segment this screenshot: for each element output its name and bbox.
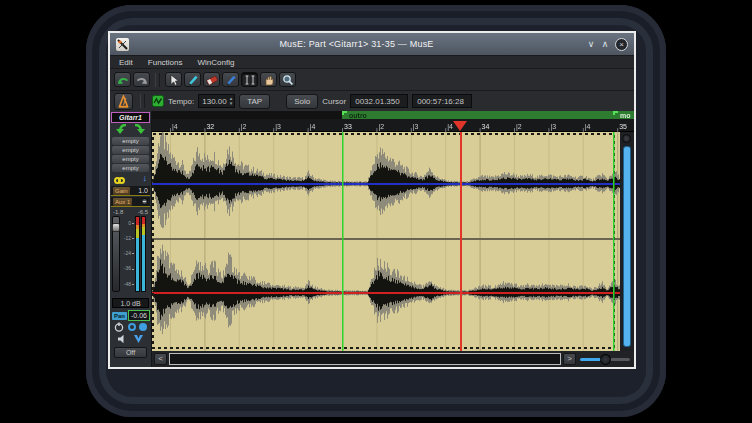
envelope-icon[interactable] (133, 334, 144, 344)
minimize-icon[interactable]: ∨ (584, 39, 598, 49)
fader-meter-block: 0 -12 -24 -36 -48 (110, 216, 151, 296)
eraser-tool-button[interactable] (203, 72, 220, 87)
pan-value[interactable]: -0.06 (128, 310, 150, 321)
maximize-icon[interactable]: ∧ (598, 39, 612, 49)
volume-fader[interactable] (112, 216, 120, 292)
waveform-canvas[interactable] (152, 132, 620, 351)
titlebar[interactable]: MusE: Part <Gitarr1> 31-35 — MusE ∨ ∧ × (110, 33, 634, 55)
cursor-position-field[interactable]: 0032.01.350 (350, 94, 408, 108)
effect-slot-2[interactable]: empty (112, 146, 149, 154)
monitor-icon[interactable] (139, 323, 147, 331)
aux-label: Aux 1 (113, 198, 132, 206)
pointer-icon (168, 74, 179, 86)
track-buttons-row-2 (110, 333, 151, 345)
aux-knob[interactable] (141, 198, 148, 205)
level-meter-right (141, 216, 146, 292)
magnifier-icon (282, 74, 294, 86)
hscroll-trough[interactable] (169, 353, 561, 365)
stereo-toggle-icon[interactable] (114, 170, 125, 188)
pencil-tool-button[interactable] (184, 72, 201, 87)
zoom-slider[interactable] (578, 353, 632, 365)
vscroll-thumb[interactable] (623, 146, 631, 347)
gain-label: Gain (113, 187, 130, 195)
pan-row: Pan -0.06 (111, 310, 150, 321)
route-down-icon[interactable]: ↓ (143, 174, 148, 183)
close-icon[interactable]: × (615, 38, 628, 51)
tempo-label: Tempo: (168, 97, 194, 106)
metronome-icon (117, 95, 130, 108)
power-icon[interactable] (114, 322, 124, 332)
gain-value[interactable]: 1.0 (138, 187, 148, 194)
tempo-spinbox[interactable]: 130.00 ▴ ▾ (198, 94, 235, 108)
menubar: Edit Functions WinConfig (110, 55, 634, 68)
automation-off-button[interactable]: Off (114, 347, 147, 358)
fader-scale: 0 -12 -24 -36 -48 (121, 216, 134, 296)
part-nav-row (110, 123, 151, 136)
zoom-slider-fill (580, 358, 602, 361)
app-icon[interactable] (116, 38, 129, 51)
spin-down-icon[interactable]: ▾ (230, 101, 233, 106)
cursor-label: Cursor (322, 97, 346, 106)
toolbar-drag-handle[interactable] (155, 73, 160, 87)
stereo-row: ↓ (110, 172, 151, 185)
window-title: MusE: Part <Gitarr1> 31-35 — MusE (129, 39, 584, 49)
vertical-scrollbar[interactable] (620, 132, 634, 351)
eraser-icon (206, 74, 218, 86)
peak-right-value: -6.5 (138, 209, 148, 215)
scroll-left-button[interactable]: < (154, 353, 167, 365)
muse-logo-icon (117, 39, 128, 50)
level-meter-left (135, 216, 140, 292)
redo-button[interactable] (133, 72, 150, 87)
tempo-enable-icon[interactable] (152, 95, 164, 107)
part-name-header[interactable]: Gitarr1 (111, 112, 150, 123)
track-buttons-row-1 (110, 321, 151, 333)
scale-tick: -48 (124, 282, 134, 287)
tempo-value[interactable]: 130.00 (199, 97, 229, 106)
hand-icon (263, 74, 275, 86)
undo-icon (117, 75, 129, 85)
transport-toolbar: Tempo: 130.00 ▴ ▾ TAP Solo Cursor 0032.0… (110, 90, 634, 111)
menu-winconfig[interactable]: WinConfig (197, 58, 234, 67)
muse-part-editor-window: MusE: Part <Gitarr1> 31-35 — MusE ∨ ∧ × … (108, 31, 636, 369)
undo-button[interactable] (114, 72, 131, 87)
editor-main: Gitarr1 empty empty empty empty (110, 111, 634, 367)
gain-row[interactable]: Gain 1.0 (111, 186, 150, 196)
tools-toolbar (110, 68, 634, 90)
track-info-panel: Gitarr1 empty empty empty empty (110, 111, 152, 367)
zoom-tool-button[interactable] (279, 72, 296, 87)
route-out-icon[interactable] (132, 124, 147, 135)
cursor-time-field[interactable]: 000:57:16:28 (412, 94, 472, 108)
pan-tool-button[interactable] (260, 72, 277, 87)
aux-send-row[interactable]: Aux 1 (111, 197, 150, 207)
scale-tick: 0 (128, 221, 134, 226)
range-tool-button[interactable] (241, 72, 258, 87)
volume-display[interactable]: 1.0 dB (112, 298, 149, 308)
record-icon[interactable] (128, 323, 136, 331)
solo-button[interactable]: Solo (286, 94, 318, 109)
meter-peak-values: -1.8 -6.5 (110, 207, 151, 216)
marker-strip[interactable] (152, 111, 634, 119)
toolbar-drag-handle[interactable] (140, 94, 145, 108)
metronome-button[interactable] (114, 93, 133, 110)
vscroll-knob[interactable] (622, 134, 631, 143)
route-in-icon[interactable] (114, 124, 129, 135)
scroll-right-button[interactable]: > (563, 353, 576, 365)
draw-tool-button[interactable] (222, 72, 239, 87)
menu-functions[interactable]: Functions (148, 58, 183, 67)
tap-button[interactable]: TAP (239, 94, 270, 109)
pencil-icon (187, 74, 199, 86)
pointer-tool-button[interactable] (165, 72, 182, 87)
menu-edit[interactable]: Edit (119, 58, 133, 67)
effect-slot-3[interactable]: empty (112, 155, 149, 163)
tempo-spin-arrows[interactable]: ▴ ▾ (230, 96, 235, 106)
redo-icon (136, 75, 148, 85)
horizontal-scroll-row: < > (152, 351, 634, 367)
scale-tick: -12 (124, 236, 134, 241)
timeline-ruler[interactable] (152, 119, 634, 132)
zoom-slider-knob[interactable] (600, 354, 611, 365)
speaker-icon[interactable] (117, 334, 127, 344)
effect-slot-1[interactable]: empty (112, 137, 149, 145)
fader-handle[interactable] (112, 223, 120, 232)
wave-row (152, 132, 634, 351)
scale-tick: -36 (124, 266, 134, 271)
